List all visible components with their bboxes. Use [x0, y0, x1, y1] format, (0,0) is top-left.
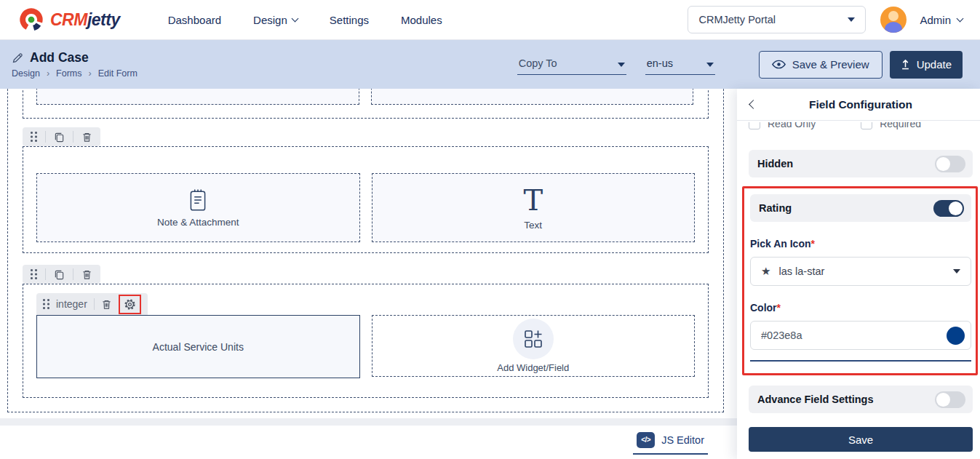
required-label: Required: [880, 122, 921, 129]
copy-to-select[interactable]: Copy To: [517, 55, 626, 75]
update-button[interactable]: Update: [890, 51, 963, 79]
trash-icon: [81, 269, 92, 280]
text-widget-label: Text: [524, 220, 542, 231]
pencil-edit-icon[interactable]: [12, 52, 23, 64]
add-widget-field-dropzone[interactable]: Add Widget/Field: [372, 315, 696, 377]
read-only-checkbox[interactable]: [749, 122, 760, 129]
delete-section-button[interactable]: [81, 132, 92, 143]
hidden-label: Hidden: [757, 158, 793, 169]
note-attachment-widget[interactable]: Note & Attachment: [36, 173, 360, 242]
rating-toggle[interactable]: [933, 200, 964, 217]
update-label: Update: [917, 58, 952, 71]
field-label: Actual Service Units: [153, 341, 244, 353]
locale-value: en-us: [647, 57, 673, 69]
save-preview-button[interactable]: Save & Preview: [759, 51, 883, 79]
duplicate-section-button[interactable]: [54, 269, 65, 280]
form-column-partial[interactable]: [36, 89, 359, 105]
form-section: Note & Attachment T Text: [23, 146, 709, 253]
portal-select-value: CRMJetty Portal: [698, 14, 776, 25]
page-subheader: Add Case Design › Forms › Edit Form Copy…: [0, 40, 980, 89]
main-area: Note & Attachment T Text: [0, 89, 980, 459]
nav-item-settings[interactable]: Settings: [330, 14, 369, 26]
toolbar-divider: [45, 268, 46, 280]
crmjetty-logo-icon: [17, 6, 45, 33]
note-attachment-icon: [188, 188, 207, 212]
color-label: Color*: [750, 302, 971, 314]
copy-to-value: Copy To: [519, 57, 557, 69]
field-settings-button-highlighted[interactable]: [119, 295, 141, 314]
color-input[interactable]: [761, 330, 947, 341]
hidden-setting-row: Hidden: [749, 150, 973, 177]
gear-icon: [124, 298, 136, 311]
color-input-wrap: [750, 321, 971, 350]
nav-item-modules[interactable]: Modules: [401, 14, 442, 26]
hidden-toggle[interactable]: [935, 156, 965, 172]
breadcrumb-separator: ›: [89, 68, 92, 79]
section-toolbar: [23, 127, 100, 146]
form-canvas: Note & Attachment T Text: [0, 89, 737, 459]
drag-handle-icon[interactable]: [31, 269, 37, 279]
trash-icon: [81, 132, 92, 143]
breadcrumb-separator: ›: [47, 68, 49, 79]
checkbox-row: Read Only Required: [749, 122, 973, 140]
advance-field-settings-row: Advance Field Settings: [749, 386, 973, 413]
canvas-bottom-bar: </> JS Editor: [0, 426, 737, 459]
js-editor-button[interactable]: </> JS Editor: [633, 431, 708, 455]
icon-select[interactable]: ★ las la-star: [750, 257, 971, 286]
main-nav: Dashboard Design Settings Modules: [168, 14, 442, 26]
crmjetty-logo[interactable]: CRMjetty: [17, 6, 120, 33]
save-button[interactable]: Save: [749, 427, 973, 452]
toolbar-divider: [94, 298, 95, 310]
caret-down-icon: [953, 269, 960, 274]
toolbar-divider: [73, 268, 73, 280]
add-widget-icon: [522, 328, 544, 350]
caret-down-icon: [706, 63, 714, 67]
text-widget[interactable]: T Text: [372, 173, 696, 242]
required-asterisk: *: [811, 238, 815, 250]
panel-title: Field Configuration: [750, 98, 971, 111]
field-configuration-panel: Field Configuration Read Only Required H…: [737, 89, 980, 459]
avatar-torso: [885, 22, 902, 33]
locale-select[interactable]: en-us: [645, 55, 715, 75]
form-canvas-scroll[interactable]: Note & Attachment T Text: [0, 89, 737, 418]
drag-handle-icon[interactable]: [31, 132, 37, 142]
user-menu-label: Admin: [920, 14, 951, 26]
field-actual-service-units[interactable]: Actual Service Units: [36, 315, 360, 378]
js-editor-label: JS Editor: [661, 434, 704, 446]
advance-field-settings-label: Advance Field Settings: [757, 394, 874, 405]
crmjetty-form-builder: CRMjetty Dashboard Design Settings Modul…: [0, 0, 980, 459]
required-asterisk: *: [777, 302, 781, 314]
pick-an-icon-label: Pick An Icon*: [750, 238, 971, 250]
avatar-head: [888, 11, 899, 21]
text-icon: T: [523, 185, 543, 215]
nav-item-dashboard[interactable]: Dashboard: [168, 14, 221, 26]
color-section-divider: [750, 360, 971, 362]
drag-handle-icon[interactable]: [43, 299, 49, 309]
user-menu-admin[interactable]: Admin: [920, 14, 963, 26]
breadcrumb-forms[interactable]: Forms: [56, 68, 81, 79]
avatar[interactable]: [880, 7, 907, 33]
trash-icon: [101, 299, 112, 310]
duplicate-section-button[interactable]: [54, 132, 65, 143]
breadcrumb-edit-form[interactable]: Edit Form: [98, 68, 138, 79]
required-checkbox[interactable]: [861, 122, 872, 129]
advance-field-settings-toggle[interactable]: [935, 391, 965, 408]
copy-icon: [54, 269, 65, 280]
color-swatch[interactable]: [947, 327, 965, 345]
portal-select[interactable]: CRMJetty Portal: [688, 6, 866, 33]
toolbar-divider: [45, 131, 46, 143]
breadcrumb-design[interactable]: Design: [12, 68, 40, 79]
section-toolbar: [23, 265, 100, 284]
form-column-partial[interactable]: [371, 89, 694, 105]
nav-item-design[interactable]: Design: [253, 14, 298, 26]
field-type-label: integer: [56, 298, 87, 310]
delete-section-button[interactable]: [81, 269, 92, 280]
panel-spacer: [749, 413, 973, 427]
breadcrumb: Design › Forms › Edit Form: [12, 68, 138, 79]
add-widget-icon-circle: [513, 319, 554, 359]
delete-field-button[interactable]: [101, 299, 112, 310]
upload-icon: [901, 59, 910, 70]
logo-wordmark: CRMjetty: [50, 10, 120, 30]
rating-label: Rating: [759, 202, 792, 214]
page-title: Add Case: [30, 50, 89, 65]
